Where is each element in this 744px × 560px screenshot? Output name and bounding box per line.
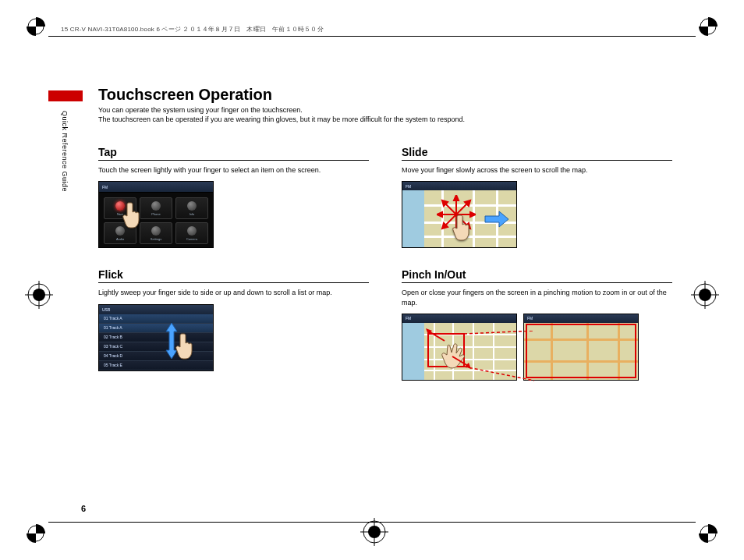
- hand-pointer-icon: [121, 200, 144, 232]
- crop-mark-icon: [697, 523, 719, 544]
- flick-desc: Lightly sweep your finger side to side o…: [98, 288, 369, 297]
- svg-marker-17: [454, 195, 459, 200]
- slide-figure: FM: [402, 181, 517, 248]
- pinch-figure-zoomed-in: FM: [523, 314, 639, 381]
- frame-rule: [48, 522, 696, 523]
- page-title: Touchscreen Operation: [98, 86, 672, 104]
- side-label: Quick Reference Guide: [61, 111, 69, 192]
- pinch-figure-zoomed-out: FM: [402, 314, 517, 381]
- pinch-heading: Pinch In/Out: [402, 268, 672, 283]
- tap-figure: FM Navi Phone Info Audio Settings Camera: [98, 181, 214, 248]
- pinch-hand-icon: [440, 341, 473, 377]
- crop-mark-icon: [25, 523, 47, 544]
- flick-heading: Flick: [98, 268, 369, 283]
- hand-pointer-icon: [174, 331, 197, 363]
- svg-marker-21: [437, 212, 442, 217]
- slide-desc: Move your finger slowly across the scree…: [402, 165, 672, 175]
- frame-rule: [48, 36, 696, 37]
- crosshair-icon: [691, 281, 719, 309]
- intro-text: You can operate the system using your fi…: [98, 105, 672, 124]
- hand-pointer-icon: [451, 213, 474, 244]
- header-metadata: 15 CR-V NAVI-31T0A8100.book 6 ページ ２０１４年８…: [61, 25, 324, 34]
- flick-figure: USB 01 Track A 01 Track A 02 Track B 03 …: [98, 304, 214, 371]
- section-color-tab: [48, 90, 83, 101]
- crosshair-icon: [25, 281, 53, 309]
- crop-mark-icon: [697, 16, 719, 37]
- page-number: 6: [81, 504, 86, 513]
- slide-heading: Slide: [402, 146, 672, 161]
- tap-desc: Touch the screen lightly with your finge…: [98, 165, 369, 175]
- slide-right-arrow-icon: [484, 210, 510, 232]
- tap-heading: Tap: [98, 146, 369, 161]
- pinch-desc: Open or close your fingers on the screen…: [402, 288, 672, 307]
- crop-mark-icon: [25, 16, 47, 37]
